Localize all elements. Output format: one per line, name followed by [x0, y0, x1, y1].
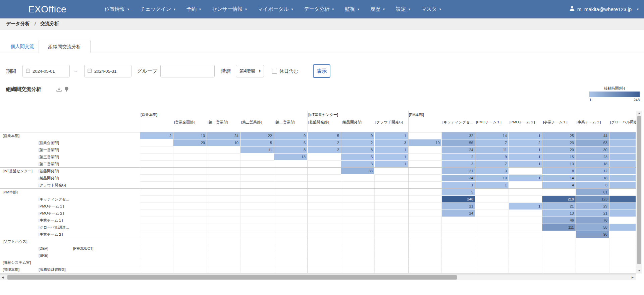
matrix-cell: [509, 210, 542, 217]
row-label: [DEV]: [39, 245, 73, 252]
horizontal-scrollbar[interactable]: ◀ ▶: [0, 274, 636, 280]
matrix-cell: 24: [207, 132, 240, 139]
matrix-cell: 1: [509, 132, 542, 139]
chevron-down-icon: ▼: [331, 8, 334, 11]
bulb-icon[interactable]: [64, 86, 69, 93]
nav-item-9[interactable]: マスタ▼: [421, 6, 442, 12]
matrix-cell: 30: [576, 146, 609, 154]
tab-personal-exchange[interactable]: 個人間交流: [6, 40, 39, 53]
matrix-cell: [576, 238, 609, 245]
matrix-cell: [442, 259, 475, 266]
matrix-cell: [207, 168, 240, 175]
row-label: [PRODUCT]: [73, 245, 113, 252]
matrix-cell-clipped: [609, 210, 636, 217]
matrix-cell: [308, 231, 341, 238]
matrix-cell: [341, 266, 375, 273]
hierarchy-select[interactable]: 第4階層 ▲▼: [236, 65, 264, 77]
matrix-cell: 1: [509, 203, 542, 210]
scroll-down-icon[interactable]: ▼: [636, 268, 642, 274]
matrix-cell: [576, 245, 609, 252]
show-button[interactable]: 表示: [313, 64, 330, 78]
matrix-cell: [408, 238, 442, 245]
nav-item-5[interactable]: データ分析▼: [304, 6, 335, 12]
group-label: グループ: [137, 64, 157, 78]
nav-item-2[interactable]: 予約▼: [186, 6, 202, 12]
matrix-cell: [240, 231, 274, 238]
matrix-cell: [442, 224, 475, 231]
matrix-cell-clipped: [609, 252, 636, 259]
matrix-cell: 111: [542, 224, 576, 231]
chevron-down-icon: ▼: [408, 8, 411, 11]
calendar-icon: [88, 68, 92, 74]
nav-item-4[interactable]: マイポータル▼: [258, 6, 294, 12]
matrix-cell: [475, 189, 509, 196]
matrix-cell: [140, 196, 173, 203]
legend: 接触時間(時) 1 248: [589, 86, 640, 102]
row-group-label: [情報システム室]: [3, 259, 38, 266]
matrix-cell: [341, 217, 375, 224]
matrix-cell: 76: [576, 217, 609, 224]
vertical-scrollbar[interactable]: ▲ ▼: [636, 111, 642, 274]
matrix-cell: 10: [475, 175, 509, 182]
matrix-cell: [140, 245, 173, 252]
nav-item-7[interactable]: 履歴▼: [370, 6, 385, 12]
matrix-cell: [274, 224, 308, 231]
breadcrumb: データ分析 / 交流分析: [0, 18, 644, 30]
matrix-cell: 3: [375, 139, 408, 146]
app-logo[interactable]: EXOffice: [28, 0, 66, 18]
matrix-cell: 9: [475, 154, 509, 161]
matrix-cell: [509, 182, 542, 189]
matrix-cell: [173, 154, 207, 161]
vertical-scroll-thumb[interactable]: [637, 116, 641, 264]
date-to-input[interactable]: 2024-05-31: [84, 65, 131, 77]
nav-item-6[interactable]: 監視▼: [345, 6, 360, 12]
matrix-cell: [207, 161, 240, 168]
scroll-right-icon[interactable]: ▶: [630, 275, 635, 280]
matrix-cell: 8: [576, 182, 609, 189]
row-label: [事業チーム１]: [39, 217, 73, 224]
nav-item-0[interactable]: 位置情報▼: [105, 6, 130, 12]
hierarchy-selected-value: 第4階層: [239, 68, 255, 74]
chevron-down-icon: ▼: [245, 8, 248, 11]
matrix-cell-clipped: [609, 231, 636, 238]
nav-item-1[interactable]: チェックイン▼: [140, 6, 176, 12]
matrix-cell: [240, 168, 274, 175]
date-from-input[interactable]: 2024-05-01: [22, 65, 70, 77]
matrix-cell: 24: [442, 146, 475, 154]
matrix-cell: 21: [442, 168, 475, 175]
matrix-cell: [207, 224, 240, 231]
matrix-cell: [341, 203, 375, 210]
horizontal-scroll-thumb[interactable]: [7, 275, 457, 280]
matrix-cell: 14: [542, 175, 576, 182]
matrix-cell: [408, 217, 442, 224]
date-to-value: 2024-05-31: [94, 69, 117, 74]
matrix-cell: [240, 245, 274, 252]
calendar-icon: [26, 68, 30, 74]
matrix-cell-clipped: [609, 238, 636, 245]
tab-org-exchange-analysis[interactable]: 組織間交流分析: [39, 40, 91, 53]
user-menu[interactable]: m_makita@where123.jp ▼: [569, 0, 639, 18]
matrix-cell: 10: [207, 139, 240, 146]
scroll-up-icon[interactable]: ▲: [636, 111, 642, 116]
nav-item-3[interactable]: センサー情報▼: [212, 6, 248, 12]
matrix-cell: [274, 210, 308, 217]
matrix-cell: 32: [442, 132, 475, 139]
matrix-cell: [408, 203, 442, 210]
holiday-checkbox[interactable]: [272, 69, 277, 74]
group-input[interactable]: [160, 65, 215, 77]
period-label: 期間: [6, 64, 16, 78]
matrix-cell: 19: [408, 139, 442, 146]
top-navbar: EXOffice 位置情報▼チェックイン▼予約▼センサー情報▼マイポータル▼デー…: [0, 0, 644, 18]
breadcrumb-parent[interactable]: データ分析: [6, 21, 30, 27]
chevron-down-icon: ▼: [291, 8, 294, 11]
scroll-left-icon[interactable]: ◀: [0, 275, 5, 280]
matrix-cell: 58: [576, 224, 609, 231]
matrix-cell: [274, 266, 308, 273]
column-label: [製品開発部]: [342, 119, 375, 125]
matrix-cell: [173, 252, 207, 259]
matrix-cell: [442, 231, 475, 238]
matrix-cell: 2: [140, 132, 173, 139]
nav-item-8[interactable]: 設定▼: [396, 6, 411, 12]
download-icon[interactable]: [56, 86, 62, 93]
column-label: [事業チーム２]: [577, 119, 609, 125]
